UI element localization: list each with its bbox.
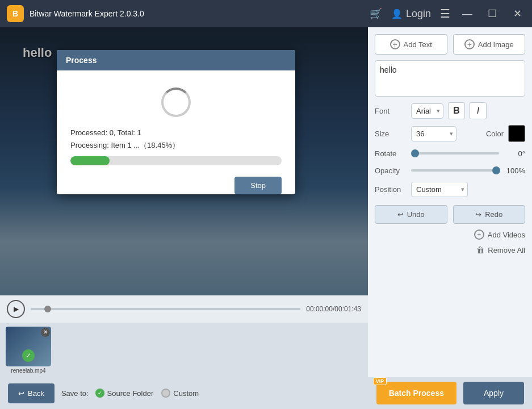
user-icon: 👤 [391,9,403,19]
spinner-container [70,87,282,117]
opacity-row: Opacity 100% [375,165,525,176]
back-button[interactable]: ↩ Back [8,383,55,403]
close-button[interactable]: ✕ [509,6,525,22]
color-picker[interactable] [508,125,525,142]
right-panel: + Add Text + Add Image Font Arial B I Si… [368,27,532,377]
redo-label: Redo [485,210,502,219]
seek-thumb [44,306,51,312]
save-to-radio-group: Source Folder Custom [95,389,199,398]
opacity-slider-track [411,169,499,172]
thumbnail-filename: reneelab.mp4 [11,368,45,374]
plus-circle-icon-2: + [464,39,475,49]
font-select-wrapper: Arial [411,103,443,119]
processing-item-text: Processing: Item 1 ...（18.45%） [70,140,282,151]
rotate-slider-thumb [411,149,419,157]
titlebar: B Bitwar Watermark Expert 2.0.3.0 🛒 👤 Lo… [0,0,532,27]
processed-count-text: Processed: 0, Total: 1 [70,128,282,137]
size-select[interactable]: 36 [411,126,456,141]
video-controls: ▶ 00:00:00/00:01:43 [0,295,368,323]
thumbnail-strip: ✕ ✓ reneelab.mp4 [0,323,368,377]
add-videos-label: Add Videos [488,231,525,239]
size-select-wrapper: 36 [411,126,456,141]
remove-all-label: Remove All [488,246,525,254]
time-display: 00:00:00/00:01:43 [306,305,361,313]
add-image-label: Add Image [478,40,514,49]
add-videos-plus-icon: + [474,229,484,240]
size-color-row: Size 36 Color [375,125,525,142]
source-folder-option[interactable]: Source Folder [95,389,154,398]
position-select-wrapper: Custom [411,182,468,197]
font-select[interactable]: Arial [411,103,443,119]
watermark-text-input[interactable] [375,60,525,97]
add-text-button[interactable]: + Add Text [375,34,447,55]
app-title: Bitwar Watermark Expert 2.0.3.0 [30,9,370,18]
opacity-slider[interactable] [411,165,499,176]
logo-letter: B [12,9,18,18]
undo-icon: ↩ [397,210,404,219]
video-area: hello Process Processed: 0, Total: 1 Pro… [0,27,368,295]
undo-label: Undo [407,210,425,219]
rotate-slider-track [411,152,499,155]
rotate-label: Rotate [375,149,407,158]
color-label: Color [486,130,504,138]
opacity-label: Opacity [375,166,407,175]
trash-icon: 🗑 [476,245,484,254]
source-folder-label: Source Folder [107,389,154,398]
custom-option[interactable]: Custom [161,389,199,398]
apply-button[interactable]: Apply [463,382,524,404]
left-panel: hello Process Processed: 0, Total: 1 Pro… [0,27,368,377]
loading-spinner [161,87,191,117]
font-label: Font [375,107,407,115]
batch-process-button[interactable]: VIP Batch Process [376,382,456,404]
thumbnail-close-button[interactable]: ✕ [41,328,50,337]
menu-icon[interactable]: ☰ [440,7,450,20]
cart-icon[interactable]: 🛒 [370,7,382,20]
position-select[interactable]: Custom [411,182,468,197]
add-videos-row[interactable]: + Add Videos [375,229,525,240]
redo-button[interactable]: ↪ Redo [453,205,526,224]
seek-bar[interactable] [31,308,300,310]
login-button[interactable]: 👤 Login [391,8,431,20]
process-dialog-body: Processed: 0, Total: 1 Processing: Item … [57,70,295,188]
add-buttons-row: + Add Text + Add Image [375,34,525,55]
titlebar-controls: 🛒 👤 Login ☰ — ☐ ✕ [370,6,525,22]
bold-button[interactable]: B [448,102,465,119]
process-dialog-header: Process [57,50,295,70]
play-button[interactable]: ▶ [7,300,25,318]
opacity-value: 100% [504,166,525,175]
remove-all-row[interactable]: 🗑 Remove All [375,245,525,254]
add-text-label: Add Text [404,40,432,49]
process-dialog: Process Processed: 0, Total: 1 Processin… [57,50,295,194]
custom-radio [161,389,170,398]
plus-circle-icon: + [390,39,400,49]
minimize-button[interactable]: — [459,6,475,22]
bottom-bar: ↩ Back Save to: Source Folder Custom VIP… [0,377,532,409]
save-to-label: Save to: [61,389,89,398]
stop-button[interactable]: Stop [234,177,282,194]
redo-icon: ↪ [475,210,481,219]
vip-badge: VIP [373,377,387,385]
process-overlay: Process Processed: 0, Total: 1 Processin… [0,27,368,295]
progress-bar-background [70,156,282,165]
progress-bar-fill [70,156,110,165]
font-row: Font Arial B I [375,102,525,119]
custom-label: Custom [173,389,199,398]
source-folder-radio [95,389,104,398]
rotate-value: 0° [504,149,525,158]
process-dialog-title: Process [66,56,97,65]
main-layout: hello Process Processed: 0, Total: 1 Pro… [0,27,532,377]
opacity-slider-thumb [492,166,500,174]
action-row: ↩ Undo ↪ Redo [375,205,525,224]
login-label: Login [406,8,431,20]
maximize-button[interactable]: ☐ [484,6,500,22]
app-logo: B [7,5,24,22]
batch-process-label: Batch Process [389,389,444,398]
italic-button[interactable]: I [470,102,487,119]
thumbnail-check-icon: ✓ [22,349,35,362]
rotate-slider[interactable] [411,148,499,159]
add-image-button[interactable]: + Add Image [453,34,526,55]
size-label: Size [375,130,407,138]
position-label: Position [375,185,407,194]
rotate-row: Rotate 0° [375,148,525,159]
undo-button[interactable]: ↩ Undo [375,205,447,224]
